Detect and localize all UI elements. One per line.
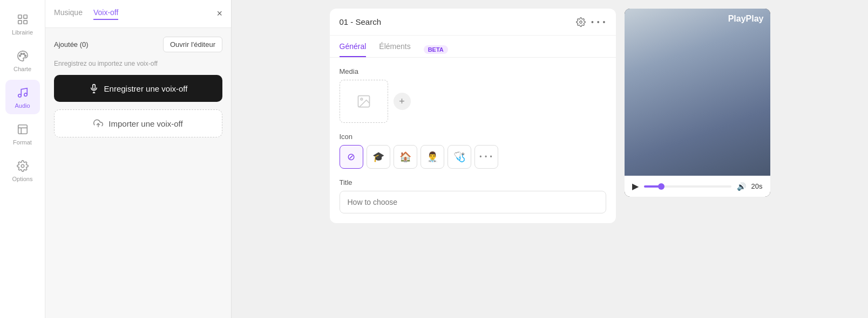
- svg-rect-10: [18, 125, 27, 134]
- card-tabs: Général Éléments BETA: [330, 36, 616, 58]
- panel-tabs: Musique Voix-off ×: [45, 0, 231, 28]
- tab-voix-off[interactable]: Voix-off: [93, 8, 118, 20]
- sidebar-item-options[interactable]: Options: [5, 153, 40, 188]
- panel-body: Ajoutée (0) Ouvrir l'éditeur Enregistrez…: [45, 28, 231, 146]
- sidebar-item-options-label: Options: [12, 176, 33, 182]
- icon-more-button[interactable]: • • •: [474, 145, 498, 169]
- svg-rect-1: [23, 15, 26, 18]
- close-button[interactable]: ×: [216, 8, 222, 19]
- record-btn-label: Enregistrer une voix-off: [104, 84, 188, 93]
- svg-point-5: [21, 53, 22, 55]
- sidebar-item-librairie[interactable]: Librairie: [5, 6, 40, 41]
- settings-icon[interactable]: [576, 16, 586, 27]
- sidebar-item-format-label: Format: [13, 139, 32, 146]
- search-card: 01 - Search • • • Général Éléments BETA …: [330, 9, 616, 223]
- card-title: 01 - Search: [340, 17, 571, 26]
- sidebar-item-charte-label: Charte: [13, 66, 31, 72]
- media-row: +: [340, 80, 606, 123]
- sidebar-item-charte[interactable]: Charte: [5, 43, 40, 78]
- svg-rect-2: [18, 20, 21, 24]
- svg-point-4: [19, 55, 21, 57]
- added-section-header: Ajoutée (0) Ouvrir l'éditeur: [54, 37, 222, 52]
- volume-icon[interactable]: 🔊: [737, 182, 746, 191]
- music-icon: [15, 85, 30, 100]
- mic-icon: [89, 84, 99, 93]
- svg-point-6: [23, 53, 24, 55]
- image-placeholder-icon: [356, 94, 371, 109]
- svg-rect-3: [23, 20, 26, 24]
- card-header: 01 - Search • • •: [330, 9, 616, 36]
- icon-none-button[interactable]: ⊘: [340, 145, 363, 169]
- sidebar-item-audio-label: Audio: [15, 102, 30, 109]
- palette-icon: [15, 49, 30, 64]
- svg-point-20: [361, 98, 363, 100]
- icon-label: Icon: [340, 133, 606, 141]
- icon-doctor-button[interactable]: 👨‍⚕️: [421, 145, 444, 169]
- added-label: Ajoutée (0): [54, 40, 89, 49]
- gear-icon: [15, 158, 30, 174]
- video-preview: PlayPlay ▶ 🔊 20s: [625, 9, 770, 197]
- open-editor-button[interactable]: Ouvrir l'éditeur: [163, 37, 222, 52]
- play-button[interactable]: ▶: [632, 181, 639, 191]
- video-controls: ▶ 🔊 20s: [625, 176, 770, 197]
- progress-thumb: [658, 183, 664, 190]
- main-area: 01 - Search • • • Général Éléments BETA …: [232, 0, 868, 318]
- svg-point-13: [21, 164, 24, 168]
- audio-panel: Musique Voix-off × Ajoutée (0) Ouvrir l'…: [45, 0, 232, 318]
- layout-icon: [15, 122, 30, 137]
- add-media-button[interactable]: +: [394, 93, 411, 110]
- video-frame: PlayPlay: [625, 9, 770, 176]
- svg-rect-14: [92, 85, 95, 89]
- playplay-logo: PlayPlay: [728, 14, 764, 24]
- icon-medical-button[interactable]: 🩺: [447, 145, 471, 169]
- import-voixoff-button[interactable]: Importer une voix-off: [54, 109, 222, 137]
- svg-point-18: [580, 21, 582, 24]
- import-btn-label: Importer une voix-off: [109, 119, 182, 128]
- tab-general[interactable]: Général: [340, 42, 367, 57]
- icon-graduation-button[interactable]: 🎓: [367, 145, 390, 169]
- library-icon: [15, 12, 30, 27]
- sidebar-item-audio[interactable]: Audio: [5, 80, 40, 114]
- icon-house-button[interactable]: 🏠: [394, 145, 417, 169]
- svg-point-7: [24, 55, 26, 57]
- person-silhouette: [625, 9, 770, 176]
- title-label: Title: [340, 178, 606, 186]
- sidebar: Librairie Charte Audio: [0, 0, 45, 318]
- more-options-icon[interactable]: • • •: [591, 18, 606, 26]
- icon-row: ⊘ 🎓 🏠 👨‍⚕️ 🩺 • • •: [340, 145, 606, 169]
- duration-label: 20s: [751, 182, 763, 190]
- sidebar-item-librairie-label: Librairie: [12, 29, 33, 36]
- media-label: Media: [340, 67, 606, 75]
- progress-bar[interactable]: [644, 185, 731, 188]
- svg-point-8: [18, 94, 21, 98]
- beta-badge: BETA: [424, 45, 448, 54]
- svg-point-9: [24, 93, 27, 96]
- tab-elements[interactable]: Éléments: [379, 42, 410, 57]
- media-thumbnail: [340, 80, 388, 123]
- record-voixoff-button[interactable]: Enregistrer une voix-off: [54, 75, 222, 102]
- title-input[interactable]: [340, 191, 606, 213]
- progress-fill: [644, 185, 661, 188]
- card-content: Media + Icon ⊘ 🎓 🏠 👨‍⚕️ 🩺 • • •: [330, 58, 616, 223]
- upload-icon: [93, 119, 103, 128]
- sidebar-item-format[interactable]: Format: [5, 116, 40, 151]
- import-hint: Enregistrez ou importez une voix-off: [54, 60, 222, 67]
- svg-rect-0: [18, 15, 21, 18]
- tab-musique[interactable]: Musique: [54, 8, 83, 20]
